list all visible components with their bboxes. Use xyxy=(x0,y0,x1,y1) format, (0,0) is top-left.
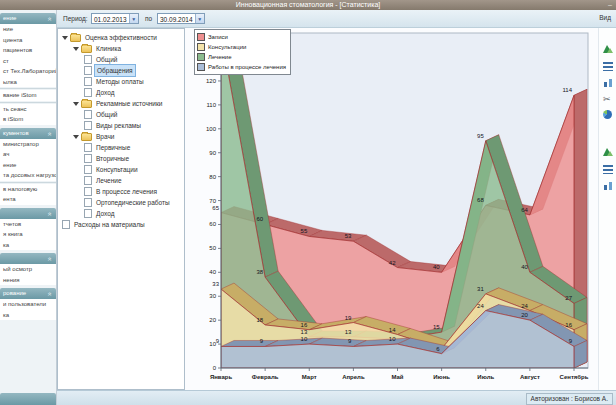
sidebar-item[interactable]: министратор xyxy=(0,139,56,150)
list-icon-2[interactable] xyxy=(603,164,613,174)
chevron-up-icon[interactable]: » xyxy=(47,130,53,136)
sidebar-item[interactable]: вание iStom xyxy=(0,90,56,101)
tree-item[interactable]: Лечение xyxy=(58,175,184,186)
expander-icon[interactable] xyxy=(62,36,68,40)
tree-item[interactable]: Виды рекламы xyxy=(58,120,184,131)
tree-item[interactable]: Консультации xyxy=(58,164,184,175)
tree-item[interactable]: Ортопедические работы xyxy=(58,197,184,208)
sidebar-item[interactable]: в налоговую xyxy=(0,184,56,195)
tree-item[interactable]: В процессе лечения xyxy=(58,186,184,197)
svg-text:31: 31 xyxy=(477,286,484,292)
svg-text:55: 55 xyxy=(301,228,308,234)
expander-icon[interactable] xyxy=(73,135,79,139)
svg-text:27: 27 xyxy=(565,295,572,301)
view-menu[interactable]: Вид xyxy=(599,14,611,21)
area-chart-icon-2[interactable] xyxy=(603,147,613,157)
sidebar-item[interactable]: ние xyxy=(0,24,56,35)
tree-item-label: В процессе лечения xyxy=(94,186,159,197)
tree-item[interactable]: Доход xyxy=(58,87,184,98)
sidebar-group-header[interactable]: » xyxy=(0,208,56,219)
tree-item[interactable]: Расходы на материалы xyxy=(58,219,184,230)
svg-text:120: 120 xyxy=(206,78,217,84)
tree-item[interactable]: Оценка эффективности xyxy=(58,32,184,43)
tree-item-label: Общий xyxy=(94,109,119,120)
svg-text:14: 14 xyxy=(389,327,396,333)
tree-item[interactable]: Методы оплаты xyxy=(58,76,184,87)
folder-icon xyxy=(70,34,81,42)
minimize-button[interactable]: ‒ xyxy=(608,0,612,10)
sidebar-item[interactable]: ый осмотр xyxy=(0,264,56,275)
page-icon xyxy=(84,66,92,75)
sidebar-item[interactable]: та досовых нагрузок xyxy=(0,170,56,181)
sidebar-item[interactable]: в iStom xyxy=(0,114,56,125)
sidebar-item[interactable]: тчетов xyxy=(0,219,56,230)
svg-text:Сентябрь: Сентябрь xyxy=(560,374,589,380)
sidebar-group-header[interactable]: кументов» xyxy=(0,128,56,139)
sidebar-item[interactable]: нения xyxy=(0,275,56,286)
tree-item-label: Ортопедические работы xyxy=(94,197,172,208)
sidebar-item[interactable]: ента xyxy=(0,194,56,205)
tree-item-label: Доход xyxy=(94,208,116,219)
list-icon[interactable] xyxy=(603,61,613,71)
svg-text:13: 13 xyxy=(301,329,308,335)
tree-item[interactable]: Рекламные источники xyxy=(58,98,184,109)
area-chart-icon[interactable] xyxy=(603,44,613,54)
bar-chart-icon-2[interactable] xyxy=(603,181,613,191)
sidebar-item[interactable]: я книга xyxy=(0,229,56,240)
pie-chart-icon[interactable] xyxy=(603,110,612,119)
svg-text:15: 15 xyxy=(433,324,440,330)
page-icon xyxy=(84,110,92,119)
sidebar-group-title: ение xyxy=(3,15,16,21)
tree-item[interactable]: Врачи xyxy=(58,131,184,142)
expander-icon[interactable] xyxy=(73,47,79,51)
tree-item[interactable]: Вторичные xyxy=(58,153,184,164)
sidebar-item[interactable]: ка xyxy=(0,310,56,321)
legend-swatch xyxy=(197,53,205,61)
date-from-select[interactable]: 01.02.2013 ▼ xyxy=(91,13,139,24)
sidebar-item[interactable]: ть сеанс xyxy=(0,104,56,115)
chevron-up-icon[interactable]: » xyxy=(47,290,53,296)
svg-text:10: 10 xyxy=(209,341,216,347)
sidebar-item[interactable]: ст xyxy=(0,56,56,67)
sidebar-item[interactable]: ач xyxy=(0,149,56,160)
scissors-icon[interactable]: ✂ xyxy=(603,94,613,104)
sidebar-item[interactable]: ылка xyxy=(0,77,56,88)
chevron-up-icon[interactable]: » xyxy=(47,15,53,21)
tree-item[interactable]: Общий xyxy=(58,109,184,120)
page-icon xyxy=(84,209,92,218)
sidebar-item[interactable]: пациентов xyxy=(0,45,56,56)
sidebar-group-header[interactable]: » xyxy=(0,253,56,264)
chevron-down-icon[interactable]: ▼ xyxy=(195,14,204,23)
svg-text:Июль: Июль xyxy=(477,374,494,380)
date-to-value: 30.09.2014 xyxy=(158,14,195,23)
status-bar: Авторизован : Борисов А. xyxy=(57,390,616,405)
sidebar-item[interactable]: ст Тех.Лабораторий xyxy=(0,66,56,77)
chevron-up-icon[interactable]: » xyxy=(47,210,53,216)
svg-text:95: 95 xyxy=(477,133,484,139)
sidebar-group-header[interactable]: ение» xyxy=(0,13,56,24)
sidebar-item[interactable]: и пользователи xyxy=(0,299,56,310)
chevron-up-icon[interactable]: » xyxy=(47,255,53,261)
chevron-down-icon[interactable]: ▼ xyxy=(129,14,138,23)
sidebar-item[interactable]: ение xyxy=(0,160,56,171)
tree-item[interactable]: Клиника xyxy=(58,43,184,54)
date-to-select[interactable]: 30.09.2014 ▼ xyxy=(157,13,205,24)
tree-item[interactable]: Обращения xyxy=(58,65,184,76)
tree-item[interactable]: Доход xyxy=(58,208,184,219)
page-icon xyxy=(84,55,92,64)
folder-icon xyxy=(81,133,92,141)
svg-text:70: 70 xyxy=(209,198,216,204)
legend-item: Лечение xyxy=(197,52,286,62)
sidebar-item[interactable]: ка xyxy=(0,240,56,251)
sidebar-item[interactable]: циента xyxy=(0,35,56,46)
tree-item-label: Клиника xyxy=(94,43,123,54)
sidebar-group-header[interactable]: рование» xyxy=(0,288,56,299)
svg-text:20: 20 xyxy=(209,317,216,323)
expander-icon[interactable] xyxy=(73,102,79,106)
sidebar-footer-header[interactable] xyxy=(0,393,56,405)
page-icon xyxy=(84,143,92,152)
page-icon xyxy=(84,187,92,196)
bar-chart-icon[interactable] xyxy=(603,78,613,88)
tree-item[interactable]: Первичные xyxy=(58,142,184,153)
legend-label: Консультации xyxy=(208,44,246,50)
